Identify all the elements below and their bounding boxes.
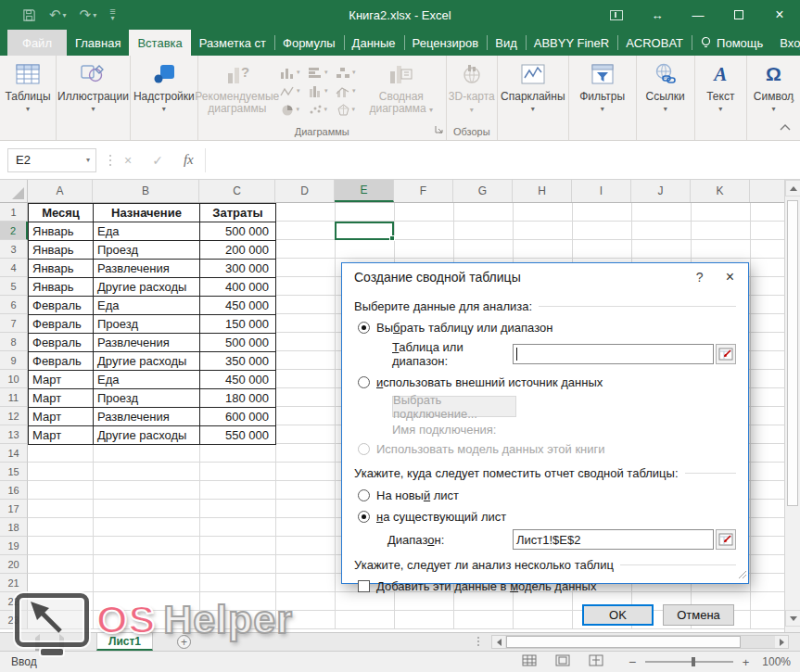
row-header[interactable]: 3 [0, 240, 28, 259]
tab-formulas[interactable]: Формулы [274, 30, 344, 56]
row-header[interactable]: 18 [0, 518, 28, 537]
row-header[interactable]: 6 [0, 296, 28, 314]
add-sheet-button[interactable]: + [177, 635, 191, 649]
cell[interactable]: Январь [29, 222, 94, 241]
page-break-view-icon[interactable] [589, 654, 603, 669]
cell[interactable]: Развлечения [94, 408, 200, 426]
formula-input[interactable] [217, 148, 800, 172]
selected-cell[interactable] [335, 222, 394, 240]
range-picker-button[interactable] [716, 344, 736, 364]
row-header[interactable]: 21 [0, 574, 28, 592]
radio-select-table-range[interactable]: Выбрать таблицу или диапазон [358, 321, 736, 335]
cell[interactable]: Февраль [29, 334, 94, 352]
addins-button[interactable]: Надстройки ▾ [131, 56, 197, 113]
cell[interactable]: Месяц [29, 204, 94, 222]
sheet-tab-active[interactable]: Лист1 [96, 633, 153, 651]
fill-handle[interactable] [389, 235, 395, 241]
minimize-button[interactable]: — [678, 0, 718, 30]
column-header[interactable]: C [199, 180, 275, 202]
cell[interactable]: 200 000 [200, 241, 276, 260]
cell[interactable]: 500 000 [200, 334, 276, 352]
row-header[interactable]: 13 [0, 425, 28, 444]
sparklines-button[interactable]: Спарклайны ▾ [498, 56, 568, 113]
cell[interactable]: Январь [29, 278, 94, 297]
horizontal-scrollbar[interactable] [491, 635, 789, 649]
dialog-title-bar[interactable]: Создание сводной таблицы ? × [342, 263, 748, 291]
column-header[interactable]: J [631, 180, 691, 202]
tab-view[interactable]: Вид [487, 30, 526, 56]
cell[interactable]: Развлечения [94, 334, 200, 352]
column-header-partial[interactable] [750, 180, 784, 202]
row-header[interactable]: 19 [0, 537, 28, 555]
dialog-help-icon[interactable]: ? [683, 270, 717, 285]
scroll-down-icon[interactable] [785, 610, 800, 627]
dialog-close-icon[interactable]: × [717, 269, 736, 285]
confirm-entry-icon[interactable]: ✓ [152, 153, 163, 168]
cell[interactable]: Еда [94, 222, 200, 241]
text-button[interactable]: A Текст ▾ [695, 56, 746, 113]
row-header[interactable]: 23 [0, 611, 28, 629]
row-header[interactable]: 9 [0, 351, 28, 370]
ribbon-overflow-icon[interactable]: › [791, 93, 794, 107]
cell[interactable]: Февраль [29, 315, 94, 334]
row-header[interactable]: 20 [0, 555, 28, 574]
links-button[interactable]: Ссылки ▾ [637, 56, 694, 113]
tab-file[interactable]: Файл [7, 30, 67, 56]
cell[interactable]: Март [29, 426, 94, 445]
column-header[interactable]: H [513, 180, 572, 202]
row-header[interactable]: 17 [0, 500, 28, 518]
ribbon-display-options-button[interactable] [596, 0, 637, 30]
cell[interactable]: Январь [29, 260, 94, 278]
row-header[interactable]: 10 [0, 370, 28, 388]
cell[interactable]: 600 000 [200, 408, 276, 426]
maximize-button[interactable] [718, 0, 759, 30]
tab-insert[interactable]: Вставка [129, 30, 190, 56]
row-header[interactable]: 15 [0, 463, 28, 481]
zoom-level[interactable]: 100% [762, 655, 791, 668]
tab-tell-me[interactable]: Помощь [692, 30, 771, 56]
radio-existing-sheet[interactable]: на существующий лист [358, 510, 736, 524]
page-layout-view-icon[interactable] [555, 654, 570, 669]
cell[interactable]: Март [29, 371, 94, 389]
table-range-input[interactable] [513, 344, 714, 364]
row-header[interactable]: 16 [0, 481, 28, 500]
tab-data[interactable]: Данные [344, 30, 404, 56]
cell[interactable]: 400 000 [200, 278, 276, 297]
cell[interactable]: Развлечения [94, 260, 200, 278]
cell[interactable]: Март [29, 389, 94, 408]
zoom-slider-thumb[interactable] [692, 657, 695, 666]
vertical-scrollbar[interactable] [784, 180, 800, 632]
scroll-up-icon[interactable] [785, 180, 800, 197]
tab-review[interactable]: Рецензиров [404, 30, 488, 56]
undo-button[interactable]: ↶▾ [49, 6, 67, 23]
cell[interactable]: Январь [29, 241, 94, 260]
column-header[interactable]: B [93, 180, 199, 202]
normal-view-icon[interactable] [522, 654, 537, 669]
cell[interactable]: Проезд [94, 241, 200, 260]
cancel-entry-icon[interactable]: × [124, 153, 132, 168]
illustrations-button[interactable]: Иллюстрации ▾ [57, 56, 130, 113]
zoom-out-icon[interactable]: − [623, 654, 641, 669]
customize-qat-button[interactable]: ≡▾ [109, 9, 115, 20]
cancel-button[interactable]: Отмена [663, 604, 734, 626]
column-header[interactable]: A [28, 180, 93, 202]
radio-new-sheet[interactable]: На новый лист [358, 488, 736, 502]
resize-width-icon[interactable]: ↔ [637, 0, 678, 30]
scroll-left-icon[interactable] [492, 636, 505, 648]
ok-button[interactable]: OK [582, 604, 654, 626]
cell[interactable]: 550 000 [200, 426, 276, 445]
column-header[interactable]: G [453, 180, 513, 202]
cell[interactable]: 300 000 [200, 260, 276, 278]
scroll-right-icon[interactable] [775, 636, 788, 648]
cell[interactable]: 450 000 [200, 297, 276, 315]
tables-button[interactable]: Таблицы ▾ [0, 56, 56, 113]
column-header[interactable]: D [275, 180, 335, 202]
row-header[interactable]: 2 [0, 222, 28, 240]
radio-external-source[interactable]: использовать внешний источник данных [358, 375, 736, 389]
redo-button[interactable]: ↷▾ [80, 6, 97, 23]
cell[interactable]: Затраты [200, 204, 276, 222]
name-box[interactable]: E2 ▾ [7, 148, 96, 172]
filters-button[interactable]: Фильтры ▾ [569, 56, 636, 113]
range-picker-button[interactable] [716, 529, 736, 550]
cell[interactable]: Еда [94, 371, 200, 389]
